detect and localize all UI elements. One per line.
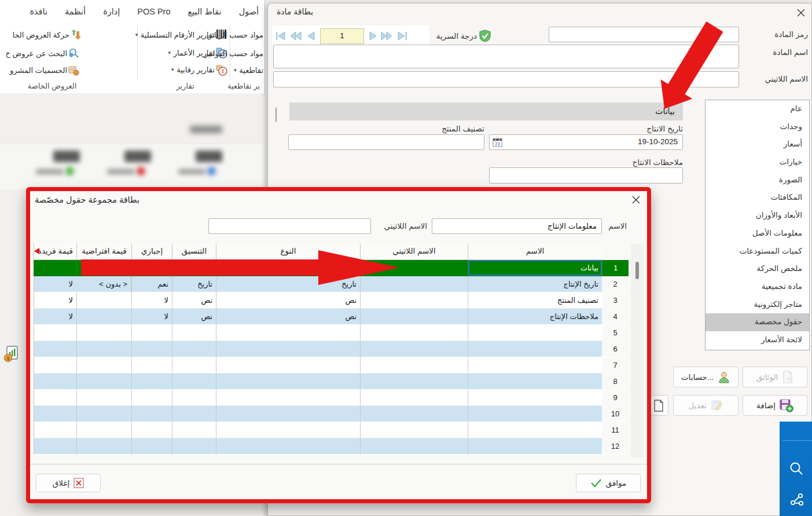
cell-latin[interactable]: [360, 438, 468, 455]
cell-format[interactable]: عدد الأعمدة: 2: [172, 260, 216, 276]
ribbon-item-cross[interactable]: تقاطعية▼: [211, 66, 263, 75]
cell-format[interactable]: [172, 406, 216, 422]
ribbon-item-materials-by-invoices[interactable]: مواد حسب الفواتير: [199, 49, 263, 58]
sidebar-item-general[interactable]: عام: [706, 100, 809, 118]
cell-unique[interactable]: [34, 260, 76, 276]
cell-default[interactable]: [76, 422, 131, 438]
menu-tab-window[interactable]: نافذة: [30, 7, 47, 16]
nav-fast-prev-button[interactable]: [289, 29, 302, 42]
cell-latin[interactable]: [360, 276, 468, 292]
cell-default[interactable]: [76, 260, 131, 276]
cell-required[interactable]: [131, 341, 172, 357]
column-header-unique[interactable]: قيمة فريدة: [34, 243, 76, 260]
cell-default[interactable]: [76, 292, 131, 309]
cell-unique[interactable]: لا: [34, 309, 76, 325]
cell-format[interactable]: [172, 341, 216, 357]
sidebar-item-units[interactable]: وحدات: [706, 118, 809, 136]
cell-name[interactable]: [468, 422, 602, 438]
cell-name[interactable]: [468, 325, 602, 341]
cell-required[interactable]: [131, 357, 172, 374]
nav-first-record-button[interactable]: [274, 29, 287, 42]
cell-format[interactable]: نص: [172, 309, 216, 325]
cell-required[interactable]: [131, 438, 172, 455]
cell-type[interactable]: [216, 374, 360, 390]
cell-type[interactable]: [216, 390, 360, 406]
cell-required[interactable]: نعم: [131, 276, 172, 292]
cell-unique[interactable]: لا: [34, 276, 76, 292]
cell-format[interactable]: نص: [172, 292, 216, 309]
close-dialog-button[interactable]: إغلاق: [36, 474, 101, 492]
material-latin-name-input[interactable]: [273, 71, 739, 87]
cell-format[interactable]: [172, 422, 216, 438]
cell-unique[interactable]: [34, 341, 76, 357]
data-section-header[interactable]: بيانات: [289, 103, 683, 120]
cell-type[interactable]: [216, 325, 360, 341]
production-date-input[interactable]: 19-10-2025 23: [489, 134, 683, 150]
calendar-icon[interactable]: 23: [493, 137, 503, 148]
production-notes-input[interactable]: [489, 167, 683, 184]
cell-type[interactable]: [216, 422, 360, 438]
sidebar-item-movement-summary[interactable]: ملخص الحركة: [706, 260, 809, 278]
cell-format[interactable]: [172, 357, 216, 374]
cell-default[interactable]: [76, 390, 131, 406]
sidebar-item-ecommerce[interactable]: متاجر إلكترونية: [706, 296, 809, 314]
material-code-input[interactable]: [549, 27, 739, 42]
menu-tab-admin[interactable]: إدارة: [103, 7, 120, 16]
add-button[interactable]: إضافة: [743, 395, 807, 416]
search-icon[interactable]: [788, 461, 804, 477]
cell-unique[interactable]: [34, 406, 76, 422]
cell-required[interactable]: [131, 260, 172, 276]
nav-next-button[interactable]: [366, 29, 379, 42]
cell-latin[interactable]: [360, 260, 468, 276]
secrecy-shield-icon[interactable]: [479, 30, 491, 42]
cell-default[interactable]: [76, 438, 131, 455]
cell-latin[interactable]: [360, 325, 468, 341]
sidebar-item-price-list[interactable]: لائحة الأسعار: [706, 331, 809, 349]
sidebar-item-warehouse-qty[interactable]: كميات المستودعات: [706, 243, 809, 261]
cell-latin[interactable]: [360, 422, 468, 438]
cell-latin[interactable]: [360, 292, 468, 309]
column-header-format[interactable]: التنسيق: [172, 243, 216, 260]
table-scrollbar[interactable]: [631, 244, 644, 458]
sidebar-item-rewards[interactable]: المكافئات: [706, 189, 809, 207]
nav-last-record-button[interactable]: [396, 29, 409, 42]
sidebar-item-asset-info[interactable]: معلومات الأصل: [706, 225, 809, 243]
nav-fast-next-button[interactable]: [380, 29, 393, 42]
ok-button[interactable]: موافق: [576, 474, 641, 492]
cell-name[interactable]: [468, 406, 602, 422]
cell-unique[interactable]: [34, 374, 76, 390]
splitter-handle[interactable]: [275, 108, 277, 122]
cell-default[interactable]: [76, 406, 131, 422]
cell-format[interactable]: [172, 390, 216, 406]
cell-format[interactable]: [172, 325, 216, 341]
cell-required[interactable]: [131, 390, 172, 406]
cell-format[interactable]: [172, 374, 216, 390]
scrollbar-thumb[interactable]: [635, 262, 639, 279]
cell-name[interactable]: [468, 390, 602, 406]
cell-default[interactable]: [76, 309, 131, 325]
cell-required[interactable]: [131, 374, 172, 390]
cell-type[interactable]: مجموعة بعنوان علوي: [216, 260, 360, 276]
cell-name[interactable]: بيانات: [468, 260, 602, 276]
custom-fields-dialog-close-icon[interactable]: [630, 193, 642, 206]
menu-tab-assets[interactable]: أصول: [239, 7, 259, 16]
cell-name[interactable]: [468, 341, 602, 357]
cell-unique[interactable]: [34, 390, 76, 406]
ribbon-item-audit-reports[interactable]: تقارير رقابية▼: [126, 65, 215, 74]
group-name-input[interactable]: معلومات الإنتاج: [432, 218, 602, 234]
cell-unique[interactable]: [34, 422, 76, 438]
cell-name[interactable]: تاريخ الإنتاج: [468, 276, 602, 292]
record-number-input[interactable]: 1: [320, 28, 364, 44]
cell-name[interactable]: [468, 438, 602, 455]
accounts-button[interactable]: حسابات...: [673, 367, 738, 387]
product-class-input[interactable]: [288, 134, 484, 150]
menu-tab-pos[interactable]: نقاط البيع: [188, 7, 221, 16]
cell-unique[interactable]: لا: [34, 292, 76, 309]
column-header-default[interactable]: قيمة افتراضية: [76, 243, 131, 260]
cell-name[interactable]: ملاحظات الإنتاج: [468, 309, 602, 325]
cell-default[interactable]: [76, 374, 131, 390]
sidebar-item-dimensions[interactable]: الأبعاد والأوزان: [706, 207, 809, 225]
cell-latin[interactable]: [360, 406, 468, 422]
cell-type[interactable]: تاريخ: [216, 276, 360, 292]
cell-format[interactable]: تاريخ: [172, 276, 216, 292]
